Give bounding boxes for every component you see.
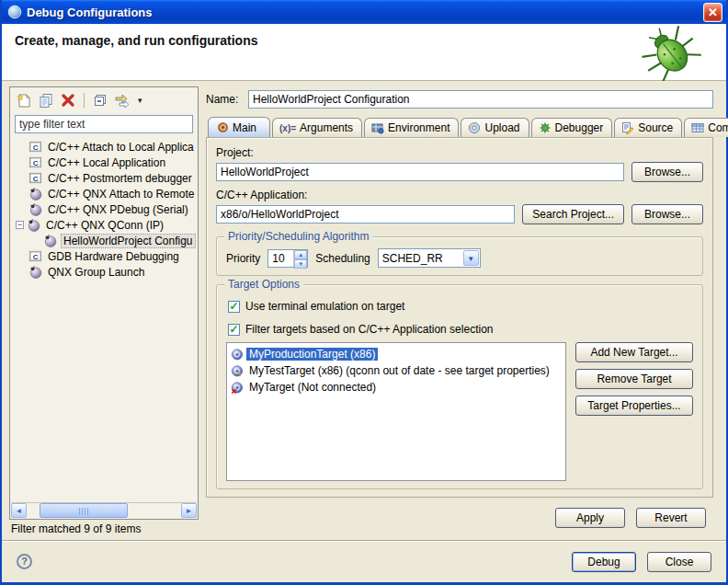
target-list[interactable]: MyProductionTarget (x86) MyTestTarget (x… (226, 342, 566, 481)
spinner-up-icon[interactable]: ▲ (294, 250, 307, 259)
configurations-panel: ▾ C/C++ Attach to Local Applica C/C++ Lo… (9, 86, 199, 520)
source-tab-icon (621, 121, 634, 134)
configurations-toolbar: ▾ (10, 87, 198, 113)
banner: Create, manage, and run configurations (2, 24, 726, 81)
name-input[interactable] (248, 90, 713, 109)
project-browse-button[interactable]: Browse... (631, 162, 703, 182)
bug-image (634, 26, 702, 81)
window-title: Debug Configurations (27, 6, 703, 19)
name-label: Name: (206, 93, 248, 106)
tab-common[interactable]: Common (684, 118, 728, 137)
main-tab-icon (217, 121, 229, 133)
scheduling-value: SCHED_RR (379, 249, 462, 267)
tree-item-qnx-pdebug[interactable]: C/C++ QNX PDebug (Serial) (16, 201, 198, 217)
filter-menu-dropdown-icon[interactable]: ▾ (138, 96, 142, 105)
application-input[interactable] (216, 205, 515, 224)
tab-debugger[interactable]: Debugger (531, 118, 613, 137)
project-input[interactable] (216, 163, 624, 181)
window-icon (7, 5, 22, 19)
qnx-launch-icon (28, 187, 42, 201)
debug-configurations-dialog: Debug Configurations ✕ Create, manage, a… (0, 0, 728, 585)
tab-upload[interactable]: Upload (461, 118, 529, 137)
new-configuration-icon[interactable] (16, 92, 32, 109)
filter-targets-checkbox[interactable]: ✓ Filter targets based on C/C++ Applicat… (228, 323, 693, 336)
revert-button[interactable]: Revert (636, 508, 706, 528)
qnx-launch-icon (28, 202, 42, 216)
apply-button[interactable]: Apply (555, 508, 625, 528)
priority-group-title: Priority/Scheduling Algorithm (224, 230, 372, 243)
application-label: C/C++ Application: (216, 189, 703, 201)
upload-tab-icon (468, 121, 481, 134)
tab-environment[interactable]: Environment (364, 118, 459, 137)
qnx-launch-icon (27, 218, 40, 232)
target-row-disconnected[interactable]: MyTarget (Not connected) (231, 379, 562, 396)
tab-bar: Main (x)= Arguments Environment (206, 116, 713, 137)
add-new-target-button[interactable]: Add New Target... (575, 342, 693, 362)
debugger-tab-icon (539, 121, 552, 134)
tab-main[interactable]: Main (208, 117, 270, 137)
project-label: Project: (216, 146, 703, 159)
scheduling-label: Scheduling (315, 252, 370, 265)
duplicate-configuration-icon[interactable] (38, 92, 54, 109)
priority-scheduling-group: Priority/Scheduling Algorithm Priority 1… (216, 236, 703, 276)
tree-item-helloworld-config[interactable]: HelloWorldProject Configu (16, 233, 198, 248)
titlebar[interactable]: Debug Configurations ✕ (2, 0, 726, 24)
horizontal-scrollbar[interactable]: ◄ ► (11, 502, 197, 518)
tree-item-qnx-qconn[interactable]: − C/C++ QNX QConn (IP) (16, 217, 198, 233)
priority-value: 10 (268, 250, 293, 267)
qnx-launch-icon (28, 265, 42, 279)
target-properties-button[interactable]: Target Properties... (575, 396, 693, 416)
combo-dropdown-icon[interactable]: ▼ (463, 250, 479, 266)
close-dialog-button[interactable]: Close (647, 552, 711, 572)
application-browse-button[interactable]: Browse... (631, 204, 703, 224)
c-launch-icon (28, 249, 42, 263)
panel-sash[interactable] (199, 86, 206, 538)
dialog-body: ▾ C/C++ Attach to Local Applica C/C++ Lo… (2, 81, 726, 538)
c-launch-icon (28, 155, 42, 169)
spinner-down-icon[interactable]: ▼ (294, 259, 307, 269)
scroll-left-icon[interactable]: ◄ (11, 503, 27, 518)
priority-label: Priority (226, 252, 260, 265)
scheduling-combo[interactable]: SCHED_RR ▼ (378, 248, 481, 268)
toolbar-separator (84, 93, 85, 108)
terminal-emulation-checkbox[interactable]: ✓ Use terminal emulation on target (228, 300, 693, 313)
priority-spinner[interactable]: 10 ▲ ▼ (267, 249, 308, 268)
tree-item-postmortem[interactable]: C/C++ Postmortem debugger (16, 170, 198, 186)
tree-item-qnx-attach-remote[interactable]: C/C++ QNX Attach to Remote (16, 186, 198, 201)
close-button[interactable]: ✕ (703, 3, 722, 22)
filter-input[interactable] (15, 115, 193, 133)
environment-tab-icon (371, 122, 384, 134)
scrollbar-track[interactable] (27, 503, 181, 518)
target-row-production[interactable]: MyProductionTarget (x86) (231, 346, 562, 362)
c-launch-icon (28, 171, 42, 185)
filter-launch-configurations-icon[interactable] (114, 92, 132, 109)
scroll-right-icon[interactable]: ► (181, 503, 197, 518)
tab-arguments[interactable]: (x)= Arguments (272, 118, 362, 137)
tree-item-gdb-hardware[interactable]: GDB Hardware Debugging (16, 248, 198, 264)
search-project-button[interactable]: Search Project... (522, 204, 624, 224)
banner-title: Create, manage, and run configurations (15, 33, 258, 48)
target-disconnected-icon (231, 381, 244, 394)
left-column: ▾ C/C++ Attach to Local Applica C/C++ Lo… (2, 86, 199, 538)
collapse-all-icon[interactable] (92, 92, 108, 109)
tree-item-local-application[interactable]: C/C++ Local Application (16, 155, 198, 170)
dialog-footer: ? Debug Close (2, 540, 726, 582)
configurations-tree: C/C++ Attach to Local Applica C/C++ Loca… (10, 137, 198, 502)
target-row-test[interactable]: MyTestTarget (x86) (qconn out of date - … (231, 362, 562, 379)
tab-source[interactable]: Source (614, 118, 682, 137)
scrollbar-thumb[interactable] (40, 503, 128, 518)
checkbox-checked-icon[interactable]: ✓ (228, 301, 240, 313)
tree-item-qnx-group-launch[interactable]: QNX Group Launch (16, 264, 198, 280)
right-column: Name: Main (x)= Arguments (206, 86, 726, 538)
remove-target-button[interactable]: Remove Target (575, 369, 693, 389)
help-icon[interactable]: ? (17, 554, 32, 569)
main-tab-content: Project: Browse... C/C++ Application: Se… (206, 137, 713, 498)
c-launch-icon (28, 140, 42, 154)
target-group-title: Target Options (224, 278, 303, 291)
delete-configuration-icon[interactable] (60, 92, 76, 109)
checkbox-checked-icon[interactable]: ✓ (228, 324, 240, 336)
common-tab-icon (691, 122, 704, 133)
tree-item-attach-local[interactable]: C/C++ Attach to Local Applica (16, 139, 198, 155)
debug-button[interactable]: Debug (572, 552, 636, 572)
collapse-expander-icon[interactable]: − (16, 221, 24, 229)
